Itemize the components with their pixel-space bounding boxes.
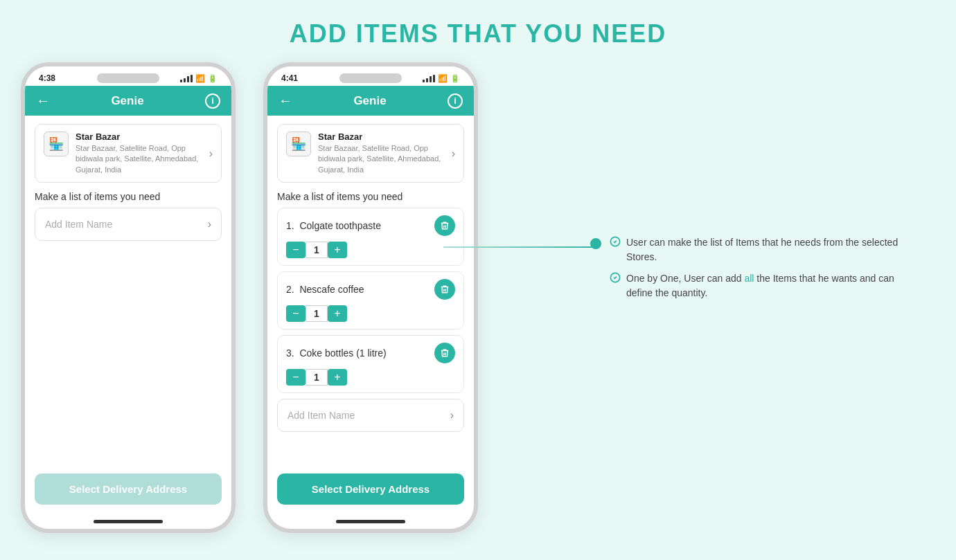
phone2-store-name: Star Bazar [318, 132, 452, 142]
phone1-store-name: Star Bazar [76, 132, 209, 142]
phone2-store-details: Star Bazar Star Bazaar, Satellite Road, … [318, 132, 452, 175]
phone2-app-header: ← Genie i [267, 86, 474, 116]
item-2-header: 2. Nescafe coffee [286, 279, 455, 300]
phone2-app-name: Genie [353, 94, 386, 108]
phone1-store-chevron: › [209, 147, 213, 160]
page-title: ADD ITEMS THAT YOU NEED [0, 0, 956, 62]
phone2-delivery-btn[interactable]: Select Delivery Address [277, 473, 464, 505]
bar4 [191, 75, 193, 82]
bar2 [184, 78, 186, 82]
check-icon-2 [610, 272, 621, 286]
phone1-status-bar: 4:38 📶 🔋 [25, 66, 231, 86]
item-1-header: 1. Colgate toothpaste [286, 215, 455, 236]
phone2-store-chevron: › [452, 147, 455, 160]
item-1-delete-btn[interactable] [434, 215, 455, 236]
phone1-store-info: 🏪 Star Bazar Star Bazaar, Satellite Road… [44, 132, 209, 175]
phone2-home-indicator [336, 520, 405, 523]
phone1-signal [180, 75, 193, 82]
item-1: 1. Colgate toothpaste − 1 + [277, 208, 464, 266]
phone2-add-item-chevron: › [450, 409, 454, 422]
phone2-signal [423, 75, 435, 82]
phone2-info-icon[interactable]: i [448, 93, 463, 109]
phone1-store-card[interactable]: 🏪 Star Bazar Star Bazaar, Satellite Road… [35, 124, 222, 183]
trash-icon [440, 348, 450, 358]
phone1-add-item-text: Add Item Name [45, 219, 112, 230]
annotation-dot [590, 238, 601, 249]
phone1-wifi-icon: 📶 [195, 74, 205, 83]
phone-2: 4:41 📶 🔋 ← Genie i 🏪 [263, 62, 478, 533]
checkmark-icon-2 [610, 272, 621, 283]
annotation-text-1: User can make the list of Items that he … [626, 235, 914, 264]
bar1 [180, 80, 182, 82]
phone2-section-label: Make a list of items you need [267, 191, 474, 208]
phone1-store-address: Star Bazaar, Satellite Road, Opp bidiwal… [76, 143, 209, 175]
annotation-panel: User can make the list of Items that he … [596, 235, 914, 307]
item-3-qty-control: − 1 + [286, 369, 455, 386]
phone1-home-indicator [94, 520, 163, 523]
phone1-store-icon: 🏪 [44, 132, 69, 156]
phone1-app-name: Genie [111, 94, 143, 108]
bar3 [430, 76, 432, 82]
item-1-name: 1. Colgate toothpaste [286, 220, 381, 231]
checkmark-icon [610, 236, 621, 247]
phone1-spacer [25, 248, 231, 473]
phone1-add-item-chevron: › [208, 218, 211, 231]
item-1-plus-btn[interactable]: + [328, 242, 347, 258]
phone2-store-address: Star Bazaar, Satellite Road, Opp bidiwal… [318, 143, 452, 175]
item-1-minus-btn[interactable]: − [286, 242, 306, 258]
bar4 [433, 75, 435, 82]
phone1-info-icon[interactable]: i [205, 93, 220, 109]
item-3-plus-btn[interactable]: + [328, 369, 347, 386]
item-2-name: 2. Nescafe coffee [286, 284, 364, 295]
phone1-store-details: Star Bazar Star Bazaar, Satellite Road, … [76, 132, 209, 175]
item-1-qty-control: − 1 + [286, 242, 455, 258]
annotation-item-1: User can make the list of Items that he … [610, 235, 914, 264]
annotation-item-2: One by One, User can add all the Items t… [610, 271, 914, 300]
phone2-battery-icon: 🔋 [450, 74, 460, 83]
annotation-connector-line [443, 246, 596, 248]
phone1-notch [97, 73, 159, 83]
check-icon-1 [610, 236, 621, 250]
item-3-minus-btn[interactable]: − [286, 369, 306, 386]
phone1-add-item-row[interactable]: Add Item Name › [35, 208, 222, 241]
item-3-delete-btn[interactable] [434, 343, 455, 363]
bar1 [423, 80, 425, 82]
phone1-status-icons: 📶 🔋 [180, 74, 218, 83]
phone1-delivery-btn[interactable]: Select Delivery Address [35, 473, 222, 505]
phone2-back-arrow[interactable]: ← [278, 93, 292, 109]
phone1-section-label: Make a list of items you need [25, 191, 231, 208]
phone2-store-card[interactable]: 🏪 Star Bazar Star Bazaar, Satellite Road… [277, 124, 464, 183]
phone-1: 4:38 📶 🔋 ← Genie i 🏪 [21, 62, 236, 533]
item-2-delete-btn[interactable] [434, 279, 455, 300]
phone1-time: 4:38 [39, 73, 55, 83]
item-1-qty-value: 1 [306, 242, 328, 258]
annotation-highlight: all [744, 273, 754, 284]
phone2-add-item-text: Add Item Name [287, 410, 355, 421]
phone2-status-icons: 📶 🔋 [423, 74, 460, 83]
item-2-qty-value: 1 [306, 305, 328, 322]
item-3-name: 3. Coke bottles (1 litre) [286, 347, 387, 359]
phone2-store-icon: 🏪 [286, 132, 311, 156]
trash-icon [440, 284, 450, 294]
item-2-plus-btn[interactable]: + [328, 305, 347, 322]
phone2-add-item-row[interactable]: Add Item Name › [277, 399, 464, 432]
bar3 [187, 76, 189, 82]
item-3-header: 3. Coke bottles (1 litre) [286, 343, 455, 363]
annotation-text-2: One by One, User can add all the Items t… [626, 271, 914, 300]
bar2 [426, 78, 428, 82]
phone1-battery-icon: 🔋 [208, 74, 218, 83]
phone2-status-bar: 4:41 📶 🔋 [267, 66, 474, 86]
item-2-minus-btn[interactable]: − [286, 305, 306, 322]
phone1-back-arrow[interactable]: ← [36, 93, 50, 109]
phone2-spacer [267, 439, 474, 473]
item-2: 2. Nescafe coffee − 1 + [277, 271, 464, 329]
item-3: 3. Coke bottles (1 litre) − 1 + [277, 335, 464, 393]
item-2-qty-control: − 1 + [286, 305, 455, 322]
phone2-items-list: 1. Colgate toothpaste − 1 + 2. Nescaf [277, 208, 464, 393]
item-3-qty-value: 1 [306, 369, 328, 386]
annotation-texts: User can make the list of Items that he … [596, 235, 914, 300]
phone2-notch [339, 73, 402, 83]
trash-icon [440, 221, 450, 231]
phone1-app-header: ← Genie i [25, 86, 231, 116]
phone2-time: 4:41 [281, 73, 298, 83]
